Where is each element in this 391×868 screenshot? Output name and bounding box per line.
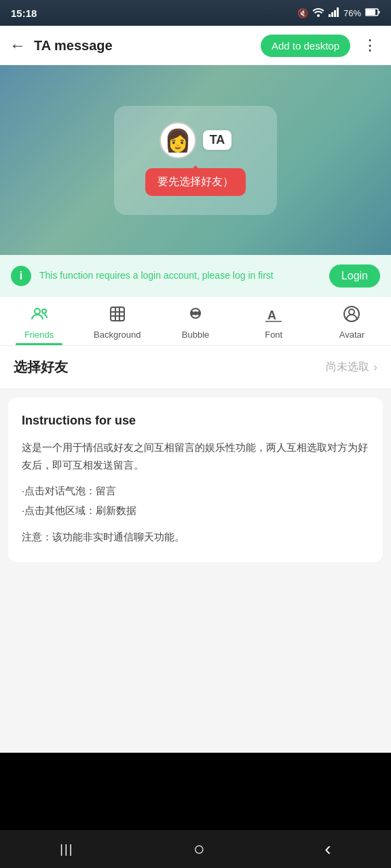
login-notice-text: This function requires a login account, … — [39, 269, 321, 283]
svg-rect-1 — [329, 14, 331, 17]
background-icon — [109, 305, 126, 327]
battery-icon — [365, 8, 380, 18]
avatar: 👩 — [160, 122, 196, 159]
login-notice: i This function requires a login account… — [0, 255, 391, 297]
svg-rect-7 — [379, 11, 380, 14]
tab-avatar-label: Avatar — [339, 330, 365, 340]
tab-bubble-label: Bubble — [182, 330, 209, 340]
bubble-icon — [187, 305, 204, 327]
preview-area: 👩 TA 要先选择好友） — [0, 65, 391, 255]
tab-bar: Friends Background Bubble — [0, 297, 391, 346]
back-button[interactable]: ← — [10, 36, 26, 55]
instructions-paragraph1: 这是一个用于情侣或好友之间互相留言的娱乐性功能，两人互相选取对方为好友后，即可互… — [22, 439, 369, 473]
more-options-button[interactable]: ⋮ — [358, 37, 381, 54]
recent-apps-button[interactable]: ||| — [46, 837, 87, 862]
login-button[interactable]: Login — [329, 264, 380, 288]
instructions-note: 注意：该功能非实时通信聊天功能。 — [22, 528, 369, 546]
mute-icon: 🔇 — [297, 8, 308, 18]
friends-icon — [31, 305, 48, 327]
svg-point-17 — [194, 312, 197, 315]
tab-font-label: Font — [265, 330, 282, 340]
add-to-desktop-button[interactable]: Add to desktop — [261, 35, 350, 57]
ta-badge: TA — [203, 130, 232, 150]
instructions-title: Instructions for use — [22, 414, 369, 428]
font-icon: A — [265, 305, 282, 327]
main-content: 选择好友 尚未选取 › Instructions for use 这是一个用于情… — [0, 346, 391, 753]
tab-friends[interactable]: Friends — [0, 297, 78, 345]
svg-rect-2 — [331, 12, 333, 17]
svg-rect-4 — [337, 7, 339, 17]
chat-preview-card: 👩 TA 要先选择好友） — [114, 106, 277, 215]
wifi-icon — [312, 7, 324, 19]
svg-point-22 — [349, 309, 354, 315]
tab-background[interactable]: Background — [78, 297, 156, 345]
avatar-icon — [343, 305, 360, 327]
tab-bubble[interactable]: Bubble — [156, 297, 234, 345]
svg-point-0 — [317, 14, 320, 17]
select-friend-right: 尚未选取 › — [326, 360, 377, 374]
svg-rect-6 — [366, 9, 375, 15]
svg-point-18 — [198, 312, 200, 315]
select-friend-row[interactable]: 选择好友 尚未选取 › — [0, 346, 391, 389]
tab-font[interactable]: A Font — [235, 297, 313, 345]
svg-rect-3 — [334, 10, 336, 17]
select-friend-label: 选择好友 — [14, 358, 68, 376]
svg-point-16 — [191, 312, 193, 315]
tab-friends-label: Friends — [24, 330, 54, 340]
instructions-detail2: ·点击其他区域：刷新数据 — [22, 505, 136, 516]
info-icon: i — [11, 266, 31, 286]
header: ← TA message Add to desktop ⋮ — [0, 26, 391, 65]
page-title: TA message — [34, 38, 253, 54]
home-button[interactable]: ○ — [180, 833, 219, 865]
instructions-detail: ·点击对话气泡：留言 ·点击其他区域：刷新数据 — [22, 481, 369, 520]
instructions-detail1: ·点击对话气泡：留言 — [22, 485, 116, 496]
select-friend-placeholder: 尚未选取 — [326, 360, 369, 374]
svg-point-8 — [35, 309, 40, 314]
bottom-nav: ||| ○ ‹ — [0, 830, 391, 868]
tab-background-label: Background — [94, 330, 141, 340]
status-bar: 15:18 🔇 76% — [0, 0, 391, 26]
svg-rect-10 — [111, 307, 124, 321]
chevron-right-icon: › — [373, 360, 377, 374]
back-nav-button[interactable]: ‹ — [311, 833, 344, 865]
svg-text:A: A — [267, 309, 276, 322]
chat-bubble[interactable]: 要先选择好友） — [145, 168, 246, 196]
avatar-row: 👩 TA — [160, 122, 232, 159]
avatar-emoji: 👩 — [164, 127, 191, 153]
instructions-card: Instructions for use 这是一个用于情侣或好友之间互相留言的娱… — [8, 397, 383, 562]
battery-level: 76% — [343, 8, 361, 18]
status-icons: 🔇 76% — [297, 7, 380, 19]
signal-icon — [329, 7, 339, 19]
status-time: 15:18 — [11, 7, 37, 19]
svg-point-9 — [42, 309, 46, 313]
tab-avatar[interactable]: Avatar — [313, 297, 391, 345]
